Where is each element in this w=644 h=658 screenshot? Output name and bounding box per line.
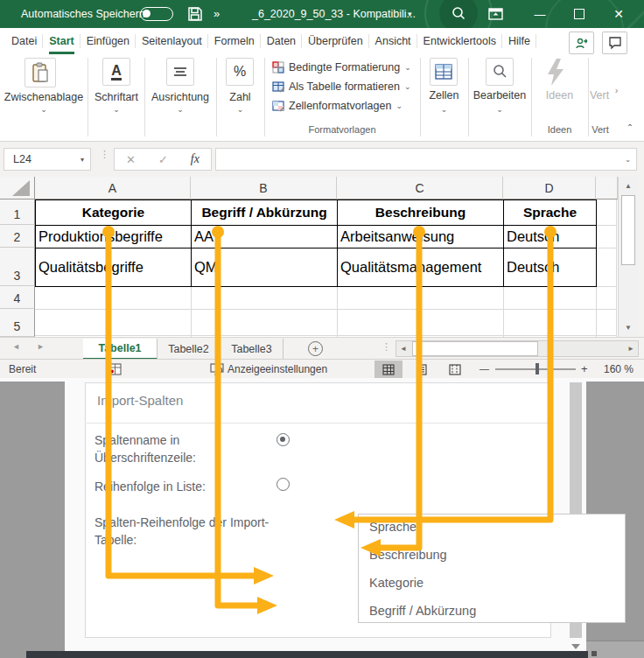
vert-button-label[interactable]: Vert	[588, 89, 611, 102]
row-header-4[interactable]: 4	[0, 286, 35, 309]
gripper-icon[interactable]: ⋮	[100, 152, 103, 166]
comments-button[interactable]	[602, 32, 627, 54]
formula-input[interactable]: ⌄	[215, 148, 637, 171]
horizontal-scrollbar-thumb[interactable]	[412, 341, 538, 356]
chevron-down-icon[interactable]: ⌄	[216, 105, 264, 114]
chevron-down-icon[interactable]: ⌄	[0, 105, 88, 114]
editing-button[interactable]	[486, 58, 514, 86]
horizontal-scrollbar[interactable]: ◄ ►	[396, 340, 639, 357]
cell-d3[interactable]: Deutsch	[504, 248, 597, 287]
cell-b1[interactable]: Begriff / Abkürzung	[192, 200, 338, 226]
list-item-begriff[interactable]: Begriff / Abkürzung	[369, 604, 476, 621]
conditional-formatting-button[interactable]: Bedingte Formatierung ⌄	[272, 60, 411, 75]
sheet-nav-left-icon[interactable]: ◄	[12, 342, 20, 351]
tab-datei[interactable]: Datei	[5, 28, 43, 54]
chevron-down-icon[interactable]: ⌄	[88, 105, 145, 114]
chevron-down-icon[interactable]: ⌄	[468, 105, 531, 114]
tab-start[interactable]: Start	[43, 28, 80, 54]
add-sheet-button[interactable]: +	[308, 341, 323, 356]
ribbon-display-options-icon[interactable]	[488, 8, 503, 20]
column-order-listbox[interactable]: Sprache Beschreibung Kategorie Begriff /…	[358, 514, 626, 623]
scroll-down-icon[interactable]: ▼	[619, 324, 638, 332]
paste-button[interactable]	[24, 58, 56, 88]
sheet-tab-tabelle3[interactable]: Tabelle3	[220, 339, 284, 360]
cell-d2[interactable]: Deutsch	[504, 226, 597, 248]
title-caret-icon[interactable]: ▾	[408, 0, 412, 28]
col-header-b[interactable]: B	[191, 177, 337, 200]
display-settings-icon[interactable]	[210, 363, 224, 375]
font-button[interactable]: A	[102, 58, 130, 86]
scroll-up-icon[interactable]: ▲	[619, 182, 638, 190]
tab-ansicht[interactable]: Ansicht	[369, 28, 417, 54]
tab-formeln[interactable]: Formeln	[208, 28, 261, 54]
format-as-table-button[interactable]: Als Tabelle formatieren ⌄	[272, 79, 410, 94]
sheet-nav-right-icon[interactable]: ►	[37, 342, 45, 351]
cancel-icon[interactable]: ✕	[126, 153, 136, 166]
ideas-button-label[interactable]: Ideen	[531, 89, 588, 102]
col-header-c[interactable]: C	[337, 177, 503, 200]
share-button[interactable]	[569, 32, 594, 54]
list-item-sprache[interactable]: Sprache	[369, 520, 416, 537]
row-header-5[interactable]: 5	[0, 309, 35, 337]
search-icon[interactable]	[450, 5, 467, 23]
col-header-a[interactable]: A	[35, 177, 191, 200]
cell-c3[interactable]: Qualitätsmanagement	[338, 248, 504, 287]
insert-function-icon[interactable]: fx	[191, 152, 200, 166]
vertical-scrollbar-thumb[interactable]	[621, 195, 635, 265]
cell-c1[interactable]: Beschreibung	[338, 200, 504, 226]
cell-styles-button[interactable]: Zellenformatvorlagen ⌄	[272, 98, 402, 114]
macro-record-icon[interactable]	[108, 363, 122, 375]
tab-ueberpruefen[interactable]: Überprüfen	[302, 28, 369, 54]
cell-b3[interactable]: QM	[192, 248, 338, 287]
row-header-1[interactable]: 1	[0, 200, 35, 225]
formula-expand-icon[interactable]: ⌄	[625, 156, 636, 164]
list-order-radio[interactable]	[276, 478, 290, 491]
view-page-break-button[interactable]	[441, 360, 469, 378]
enter-icon[interactable]: ✓	[158, 153, 168, 166]
view-normal-button[interactable]	[374, 360, 402, 378]
list-item-kategorie[interactable]: Kategorie	[369, 576, 424, 593]
quick-access-overflow-icon[interactable]: »	[214, 0, 220, 28]
cell-a2[interactable]: Produktionsbegriffe	[36, 226, 192, 248]
chevron-down-icon[interactable]: ⌄	[420, 105, 468, 114]
name-box-caret-icon[interactable]: ▾	[80, 156, 90, 164]
zoom-out-button[interactable]: —	[480, 363, 489, 374]
preview-scroll-down-icon[interactable]	[570, 642, 582, 651]
tab-seitenlayout[interactable]: Seitenlayout	[136, 28, 208, 54]
gripper-icon[interactable]: ⋮	[382, 341, 391, 353]
name-box[interactable]: L24 ▾	[4, 148, 91, 171]
collapse-ribbon-icon[interactable]: ⌃	[623, 122, 637, 136]
display-settings-label[interactable]: Anzeigeeinstellungen	[228, 363, 327, 375]
tab-hilfe[interactable]: Hilfe	[502, 28, 536, 54]
header-row-radio[interactable]	[276, 433, 290, 446]
row-header-3[interactable]: 3	[0, 248, 35, 286]
scroll-left-icon[interactable]: ◄	[400, 345, 407, 353]
select-all-corner[interactable]	[0, 177, 35, 200]
cells-button[interactable]	[430, 58, 458, 86]
scroll-right-icon[interactable]: ►	[627, 345, 634, 353]
col-header-partial[interactable]	[596, 177, 618, 200]
cell-a3[interactable]: Qualitätsbegriffe	[36, 248, 192, 287]
sheet-tab-tabelle2[interactable]: Tabelle2	[158, 339, 220, 360]
ideas-lightning-icon[interactable]	[544, 58, 567, 88]
cell-a1[interactable]: Kategorie	[36, 200, 192, 226]
maximize-button[interactable]	[574, 9, 584, 19]
view-page-layout-button[interactable]	[408, 360, 436, 378]
chevron-down-icon[interactable]: ⌄	[144, 105, 216, 114]
sheet-tab-tabelle1[interactable]: Tabelle1	[83, 339, 158, 360]
cell-c2[interactable]: Arbeitsanweisung	[338, 226, 504, 248]
minimize-button[interactable]: —	[528, 3, 551, 25]
save-icon[interactable]	[187, 6, 203, 22]
cell-b2[interactable]: AA	[192, 226, 338, 248]
row-header-2[interactable]: 2	[0, 225, 35, 248]
list-item-beschreibung[interactable]: Beschreibung	[369, 548, 447, 565]
tab-entwicklertools[interactable]: Entwicklertools	[417, 28, 502, 54]
close-button[interactable]: ✕	[607, 3, 630, 25]
number-format-button[interactable]: %	[226, 58, 254, 86]
alignment-button[interactable]	[166, 58, 194, 86]
zoom-in-button[interactable]: +	[581, 362, 588, 375]
vertical-scrollbar[interactable]: ▲ ▼	[618, 177, 638, 337]
col-header-d[interactable]: D	[503, 177, 596, 200]
tab-einfuegen[interactable]: Einfügen	[80, 28, 136, 54]
ribbon-flyout-strip[interactable]: ›	[610, 56, 623, 124]
